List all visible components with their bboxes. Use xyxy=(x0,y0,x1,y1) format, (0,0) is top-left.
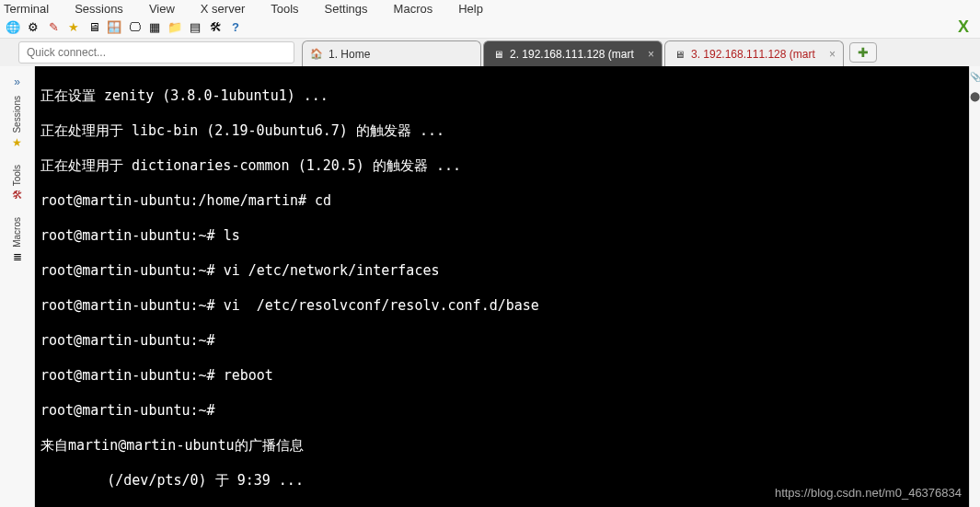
folder-icon[interactable]: 📁 xyxy=(167,20,182,35)
gear-play-icon[interactable]: ⚙ xyxy=(26,20,40,35)
tab-close-icon[interactable]: × xyxy=(829,48,836,61)
tab-label: 1. Home xyxy=(329,48,370,61)
sidebar-item-label: Macros xyxy=(12,217,22,248)
menu-help[interactable]: Help xyxy=(458,2,483,16)
menu-sessions[interactable]: Sessions xyxy=(75,2,123,16)
home-icon: 🏠 xyxy=(310,48,323,61)
menu-settings[interactable]: Settings xyxy=(325,2,368,16)
monitor-icon[interactable]: 🖥 xyxy=(86,20,101,35)
attach-icon[interactable]: 📎 xyxy=(970,72,981,82)
new-tab-button[interactable]: ✚ xyxy=(849,42,877,63)
terminal-line: root@martin-ubuntu:~# reboot xyxy=(40,367,963,385)
menu-macros[interactable]: Macros xyxy=(394,2,433,16)
terminal-line: root@martin-ubuntu:~# xyxy=(40,402,963,420)
sidebar-item-tools[interactable]: Tools 🛠 xyxy=(0,161,34,213)
tab-ssh-2[interactable]: 🖥 3. 192.168.111.128 (mart × xyxy=(664,40,844,66)
sidebar-item-label: Tools xyxy=(12,165,22,186)
watermark-text: https://blog.csdn.net/m0_46376834 xyxy=(775,484,962,501)
star-icon[interactable]: ★ xyxy=(66,20,81,35)
grid-icon[interactable]: ▤ xyxy=(188,20,202,35)
tab-home[interactable]: 🏠 1. Home xyxy=(302,40,481,66)
menu-tools[interactable]: Tools xyxy=(271,2,298,16)
windows-icon[interactable]: 🪟 xyxy=(107,20,121,35)
pin-icon[interactable]: ⬤ xyxy=(970,91,980,101)
terminal-output[interactable]: 正在设置 zenity (3.8.0-1ubuntu1) ... 正在处理用于 … xyxy=(35,66,969,507)
sidebar-item-macros[interactable]: Macros ≣ xyxy=(0,213,34,275)
macros-icon: ≣ xyxy=(10,249,25,264)
terminal-line: root@martin-ubuntu:~# ls xyxy=(40,227,963,245)
sidebar-collapse-icon[interactable]: » xyxy=(0,72,34,92)
window-frame-icon[interactable]: ▦ xyxy=(147,20,162,35)
pencil-red-icon[interactable]: ✎ xyxy=(46,20,61,35)
terminal-line: root@martin-ubuntu:/home/martin# cd xyxy=(40,192,963,210)
tab-label: 3. 192.168.111.128 (mart xyxy=(691,48,815,61)
sidebar-item-label: Sessions xyxy=(12,96,22,133)
terminal-icon: 🖥 xyxy=(491,48,504,61)
terminal-line: 正在处理用于 dictionaries-common (1.20.5) 的触发器… xyxy=(40,157,963,175)
terminal-line: 正在设置 zenity (3.8.0-1ubuntu1) ... xyxy=(40,87,963,105)
terminal-line: 来自martin@martin-ubuntu的广播信息 xyxy=(40,437,963,455)
right-gutter: 📎 ⬤ xyxy=(969,66,980,507)
quick-connect-input[interactable] xyxy=(18,41,294,63)
tab-row: 🏠 1. Home 🖥 2. 192.168.111.128 (mart × 🖥… xyxy=(0,39,980,66)
main-area: » Sessions ★ Tools 🛠 Macros ≣ 正在设置 zenit… xyxy=(0,66,980,507)
menu-view[interactable]: View xyxy=(149,2,175,16)
star-icon: ★ xyxy=(10,135,25,150)
wrench-icon[interactable]: 🛠 xyxy=(208,20,223,35)
tools-icon: 🛠 xyxy=(10,188,25,202)
terminal-icon: 🖥 xyxy=(673,48,686,61)
close-icon[interactable]: X xyxy=(952,17,974,37)
toolbar: 🌐 ⚙ ✎ ★ 🖥 🪟 🖵 ▦ 📁 ▤ 🛠 ? X xyxy=(0,17,980,39)
menu-xserver[interactable]: X server xyxy=(201,2,245,16)
terminal-line: 正在处理用于 libc-bin (2.19-0ubuntu6.7) 的触发器 .… xyxy=(40,122,963,140)
terminal-line: root@martin-ubuntu:~# vi /etc/resolvconf… xyxy=(40,297,963,315)
terminal-line: root@martin-ubuntu:~# vi /etc/network/in… xyxy=(40,262,963,280)
menu-terminal[interactable]: Terminal xyxy=(4,2,49,16)
tab-ssh-1[interactable]: 🖥 2. 192.168.111.128 (mart × xyxy=(483,40,663,66)
tab-label: 2. 192.168.111.128 (mart xyxy=(510,48,634,61)
help-icon[interactable]: ? xyxy=(228,20,243,35)
terminal-line: root@martin-ubuntu:~# xyxy=(40,332,963,350)
globe-icon[interactable]: 🌐 xyxy=(6,20,20,35)
sidebar: » Sessions ★ Tools 🛠 Macros ≣ xyxy=(0,66,35,507)
sidebar-item-sessions[interactable]: Sessions ★ xyxy=(0,92,34,161)
menubar: Terminal Sessions View X server Tools Se… xyxy=(0,0,980,17)
screen-blue-icon[interactable]: 🖵 xyxy=(127,20,142,35)
tab-close-icon[interactable]: × xyxy=(648,48,654,61)
